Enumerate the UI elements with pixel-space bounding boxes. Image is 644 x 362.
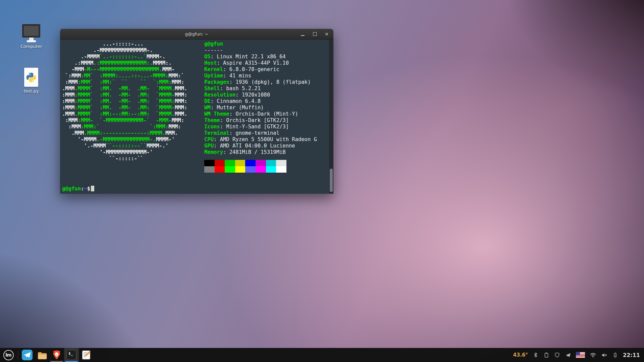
volume-muted-icon[interactable] (601, 352, 607, 358)
window-titlebar[interactable]: g@gfun: ~ ✕ (60, 29, 333, 40)
desktop-icon-computer[interactable]: Computer (19, 24, 43, 49)
desktop: Computer test.py g@gfun: ~ ✕ ...-:::::-.… (0, 0, 644, 362)
minimize-icon (301, 35, 305, 36)
ascii-art: ...-:::::-... .-MMMMMMMMMMMMMMM-. .-MMMM… (62, 41, 187, 162)
close-button[interactable]: ✕ (323, 31, 330, 38)
minimize-button[interactable] (299, 31, 306, 38)
color-palette (204, 160, 286, 173)
window-title: g@gfun: ~ (185, 32, 209, 37)
taskbar: lm $_ (0, 348, 644, 362)
clipboard-icon[interactable] (543, 352, 549, 358)
shell-prompt: g@gfun:~$ (62, 186, 94, 192)
maximize-icon (313, 32, 317, 36)
bluetooth-icon[interactable] (533, 352, 539, 358)
prompt-path: ~ (84, 186, 87, 192)
mint-menu-button[interactable]: lm (0, 348, 17, 362)
python-file-icon (24, 68, 38, 87)
text-cursor (91, 186, 94, 191)
prompt-colon: : (81, 186, 84, 192)
scrollbar[interactable] (329, 40, 333, 194)
close-icon: ✕ (325, 32, 329, 37)
prompt-user: g@gfun (62, 186, 81, 192)
desktop-icon-label: Computer (19, 44, 43, 49)
keyboard-layout-us-flag-icon[interactable] (576, 352, 585, 358)
clock[interactable]: 22:11 (623, 352, 640, 358)
sysinfo: g@gfun------OS: Linux Mint 22.1 x86_64Ho… (204, 41, 317, 173)
taskbar-terminal-button[interactable]: $_ (64, 348, 79, 362)
wifi-icon[interactable] (590, 352, 596, 358)
scrollbar-thumb[interactable] (330, 169, 333, 192)
mint-logo-icon: lm (3, 350, 14, 360)
terminal-window: g@gfun: ~ ✕ ...-:::::-... .-MMMMMMMMMMMM… (60, 29, 333, 194)
desktop-icon-test-py[interactable]: test.py (19, 68, 43, 94)
taskbar-text-editor-button[interactable] (79, 348, 94, 362)
computer-icon (19, 24, 43, 42)
telegram-icon (22, 350, 33, 360)
battery-charging-icon[interactable] (612, 352, 618, 358)
send-icon[interactable] (565, 352, 571, 358)
maximize-button[interactable] (311, 31, 318, 38)
system-tray: 43.6° (513, 352, 644, 358)
flag-canton (576, 352, 580, 355)
shield-icon[interactable] (554, 352, 560, 358)
prompt-dollar: $ (87, 186, 90, 192)
taskbar-files-button[interactable] (35, 348, 49, 362)
taskbar-separator (18, 351, 18, 360)
taskbar-brave-button[interactable] (49, 348, 64, 362)
terminal-screen[interactable]: ...-:::::-... .-MMMMMMMMMMMMMMM-. .-MMMM… (60, 40, 333, 194)
brave-icon (51, 350, 62, 360)
temperature-indicator[interactable]: 43.6° (513, 352, 528, 358)
folder-icon (37, 350, 48, 361)
text-editor-icon (81, 350, 92, 360)
terminal-icon: $_ (66, 350, 76, 360)
taskbar-telegram-button[interactable] (20, 348, 35, 362)
desktop-icon-label: test.py (19, 88, 43, 94)
